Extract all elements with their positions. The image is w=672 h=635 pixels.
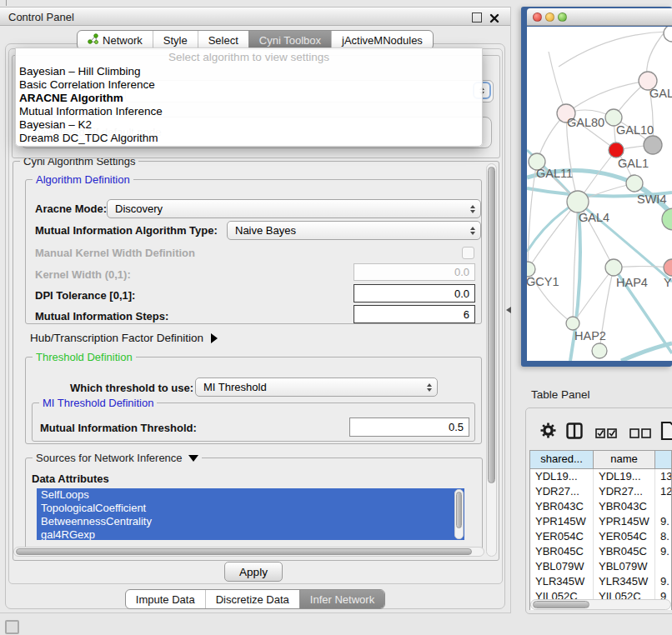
- network-node[interactable]: [605, 259, 622, 276]
- apply-button[interactable]: Apply: [224, 562, 283, 582]
- attribute-list-item[interactable]: BetweennessCentrality: [37, 515, 464, 528]
- algorithm-option[interactable]: Basic Correlation Inference: [16, 78, 482, 92]
- table-header-row: shared...nameA: [530, 451, 671, 469]
- expander-expanded-icon[interactable]: [188, 455, 198, 462]
- tab-cyni-toolbox[interactable]: Cyni Toolbox: [248, 31, 331, 49]
- algorithm-definition-title: Algorithm Definition: [33, 173, 133, 186]
- algorithm-option[interactable]: Bayesian – Hill Climbing: [16, 65, 482, 78]
- tab-jactivemnodules[interactable]: jActiveMNodules: [331, 31, 433, 49]
- network-window-titlebar[interactable]: [527, 8, 672, 26]
- mi-steps-value: 6: [464, 308, 469, 321]
- tab-infer-network[interactable]: Infer Network: [299, 590, 384, 608]
- kernel-width-input[interactable]: 0.0: [354, 263, 475, 281]
- algorithm-option[interactable]: Bayesian – K2: [16, 118, 482, 132]
- column-header-3[interactable]: A: [655, 451, 672, 468]
- node-label: GAL: [649, 87, 672, 100]
- network-tab-icon: [88, 33, 98, 47]
- node-label: GAL11: [536, 167, 573, 180]
- attribute-list-item[interactable]: gal4RGexp: [37, 528, 464, 540]
- aracne-mode-value: Discovery: [115, 202, 163, 215]
- table-row[interactable]: YBL079WYBL079W: [530, 559, 671, 574]
- attributes-list-scrollbar[interactable]: [454, 489, 464, 539]
- tab-label: Cyni Toolbox: [259, 34, 321, 47]
- collapsed-panel-icon[interactable]: [5, 620, 19, 634]
- table-cell: 12: [655, 484, 671, 499]
- network-node[interactable]: [567, 191, 589, 212]
- table-cell: YBR043C: [530, 499, 594, 514]
- network-edge[interactable]: [621, 343, 672, 361]
- attribute-list-item[interactable]: TopologicalCoefficient: [37, 502, 464, 515]
- aracne-mode-combobox[interactable]: Discovery: [107, 199, 481, 218]
- mi-threshold-input[interactable]: 0.5: [349, 418, 469, 437]
- table-row[interactable]: YBR043CYBR043C: [530, 499, 671, 514]
- table-row[interactable]: YDL19...YDL19...13: [530, 469, 671, 484]
- settings-horizontal-scrollbar[interactable]: [13, 547, 484, 557]
- mi-steps-input[interactable]: 6: [354, 305, 475, 323]
- network-node[interactable]: [626, 175, 643, 192]
- mi-threshold-label: Mutual Information Threshold:: [40, 422, 197, 434]
- column-header-2[interactable]: name: [594, 451, 655, 468]
- network-node[interactable]: [664, 259, 672, 276]
- float-window-icon[interactable]: [472, 12, 482, 22]
- table-row[interactable]: YER054CYER054C8.: [530, 529, 671, 544]
- table-row[interactable]: YIL052CYIL052C9: [530, 589, 671, 599]
- mi-threshold-group-title: MI Threshold Definition: [39, 397, 157, 409]
- popup-item-list: Bayesian – Hill ClimbingBasic Correlatio…: [16, 65, 482, 145]
- close-traffic-light-icon[interactable]: [533, 12, 542, 22]
- table-row[interactable]: YLR345WYLR345W9.: [530, 574, 671, 589]
- column-header-1[interactable]: shared...: [530, 451, 594, 468]
- gear-icon[interactable]: [540, 422, 556, 442]
- manual-kernel-label: Manual Kernel Width Definition: [35, 247, 195, 259]
- mi-algorithm-type-value: Naive Bayes: [235, 224, 296, 237]
- network-node[interactable]: [644, 136, 662, 154]
- network-edge[interactable]: [566, 81, 648, 113]
- network-edge[interactable]: [559, 32, 667, 67]
- settings-vertical-scrollbar[interactable]: [486, 163, 497, 557]
- mi-algorithm-type-combobox[interactable]: Naive Bayes: [227, 221, 481, 240]
- combo-arrows-icon: [470, 200, 475, 218]
- table-panel-title: Table Panel: [531, 388, 590, 401]
- network-node[interactable]: [609, 142, 624, 158]
- mi-steps-label: Mutual Information Steps:: [35, 310, 168, 322]
- tab-impute-data[interactable]: Impute Data: [126, 590, 205, 608]
- network-node[interactable]: [662, 208, 672, 230]
- which-threshold-combobox[interactable]: MI Threshold: [195, 378, 438, 397]
- network-canvas[interactable]: GALGAL80GAL10GAL1GAL11SWI4GAL4GCY1HAP4YH…: [527, 27, 672, 361]
- algorithm-option[interactable]: ARACNE Algorithm: [16, 92, 482, 105]
- tab-network[interactable]: Network: [78, 31, 153, 49]
- new-column-document-icon[interactable]: [660, 421, 672, 444]
- algorithm-option[interactable]: Mutual Information Inference: [16, 105, 482, 118]
- split-columns-icon[interactable]: [566, 422, 583, 442]
- data-attributes-list[interactable]: SelfLoopsTopologicalCoefficientBetweenne…: [37, 488, 464, 540]
- settings-horizontal-scrollbar-thumb[interactable]: [16, 548, 472, 555]
- minimize-traffic-light-icon[interactable]: [545, 12, 554, 22]
- network-node[interactable]: [566, 317, 579, 330]
- top-edge-notch: [6, 0, 7, 6]
- tab-discretize-data[interactable]: Discretize Data: [205, 590, 299, 608]
- table-cell: [655, 499, 671, 514]
- hub-definition-expander[interactable]: Hub/Transcription Factor Definition: [30, 332, 218, 344]
- network-node[interactable]: [664, 27, 672, 42]
- attribute-list-item[interactable]: SelfLoops: [37, 488, 464, 502]
- split-pane-resize-arrow-icon[interactable]: [506, 307, 511, 313]
- manual-kernel-checkbox[interactable]: [462, 247, 474, 259]
- table-row[interactable]: YBR045CYBR045C9.: [530, 544, 671, 559]
- settings-vertical-scrollbar-thumb[interactable]: [488, 167, 495, 483]
- table-row[interactable]: YPR145WYPR145W9.: [530, 514, 671, 529]
- network-edge[interactable]: [528, 202, 578, 269]
- deselect-all-checkboxes-icon[interactable]: [629, 427, 651, 442]
- table-horizontal-scrollbar-thumb[interactable]: [533, 601, 589, 608]
- table-row[interactable]: YDR27...YDR27...12: [530, 484, 671, 499]
- tab-select[interactable]: Select: [198, 31, 248, 49]
- close-icon[interactable]: [489, 12, 499, 27]
- zoom-traffic-light-icon[interactable]: [558, 12, 567, 22]
- node-label: SWI4: [637, 192, 666, 206]
- algorithm-option[interactable]: Dream8 DC_TDC Algorithm: [16, 132, 482, 145]
- table-horizontal-scrollbar[interactable]: [530, 599, 671, 610]
- tab-style[interactable]: Style: [153, 31, 198, 49]
- select-all-checkboxes-icon[interactable]: [595, 427, 617, 442]
- dpi-tolerance-input[interactable]: 0.0: [354, 284, 475, 302]
- control-panel-title: Control Panel: [8, 11, 74, 23]
- attributes-list-scrollbar-thumb[interactable]: [456, 492, 462, 528]
- network-node[interactable]: [592, 343, 607, 358]
